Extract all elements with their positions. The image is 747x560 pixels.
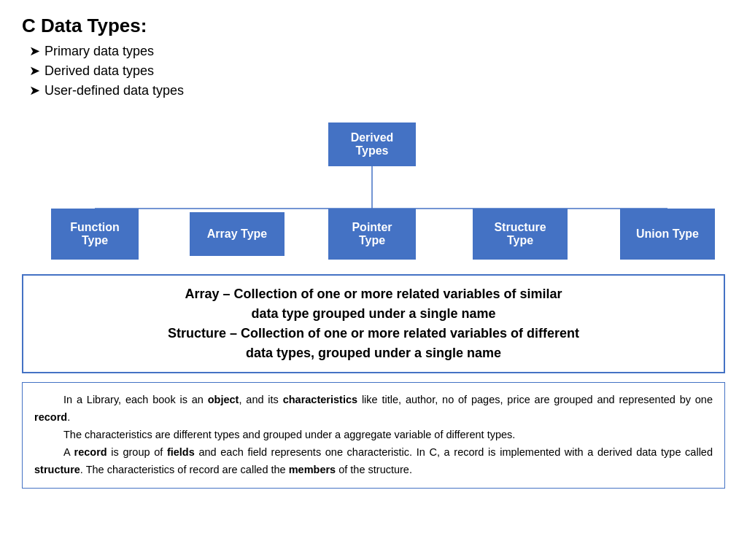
text-box: In a Library, each book is an object, an… [22,382,725,489]
info-line-1: Array – Collection of one or more relate… [35,284,712,304]
paragraph-1: In a Library, each book is an object, an… [34,392,713,427]
info-line-2: data type grouped under a single name [35,304,712,324]
info-line-3: Structure – Collection of one or more re… [35,324,712,343]
pointer-type-box: PointerType [328,209,416,260]
union-type-box: Union Type [620,209,715,260]
bullet-item-1: Primary data types [29,42,725,61]
info-box: Array – Collection of one or more relate… [22,274,725,373]
paragraph-2: The characteristics are different types … [34,427,713,444]
diagram-section: DerivedTypes FunctionType Array Type Poi… [22,108,725,268]
bullet-item-3: User-defined data types [29,81,725,101]
bullet-item-2: Derived data types [29,61,725,81]
structure-type-box: StructureType [473,209,568,260]
function-type-box: FunctionType [51,209,139,260]
page-title: C Data Types: [22,15,725,37]
info-line-4: data types, grouped under a single name [35,343,712,363]
derived-types-box: DerivedTypes [328,122,416,166]
array-type-box: Array Type [190,212,285,256]
bullet-list: Primary data types Derived data types Us… [29,42,725,101]
paragraph-3: A record is group of fields and each fie… [34,444,713,479]
